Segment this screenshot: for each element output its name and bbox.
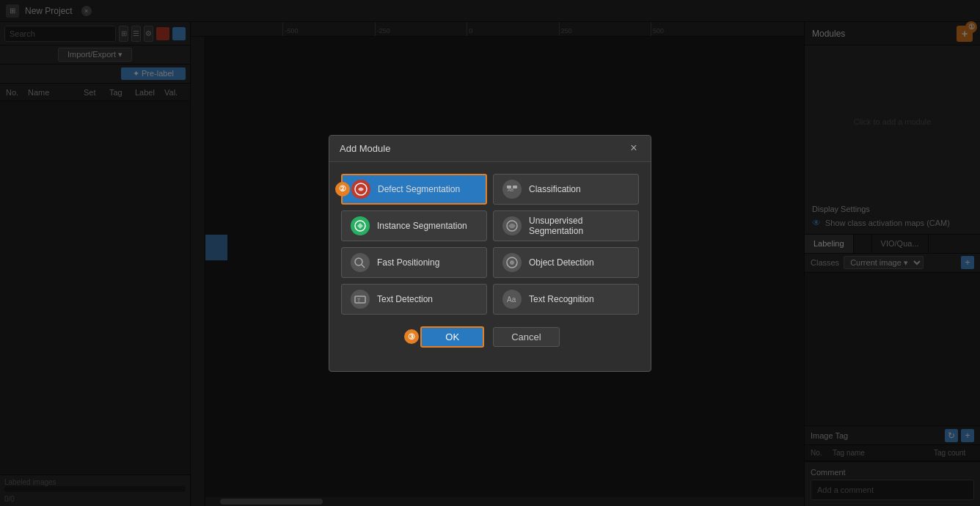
fast-icon xyxy=(351,253,370,272)
svg-line-7 xyxy=(362,265,365,268)
svg-point-9 xyxy=(510,260,514,265)
svg-text:T: T xyxy=(357,298,361,303)
svg-text:AB: AB xyxy=(508,188,513,192)
module-label-unsupervised: Unsupervised Segmentation xyxy=(529,216,629,236)
module-item-defect[interactable]: ② Defect Segmentation xyxy=(341,174,487,205)
module-grid: ② Defect Segmentation AB Classification xyxy=(341,174,639,315)
classification-icon: AB xyxy=(502,180,522,199)
instance-icon xyxy=(351,216,370,235)
module-label-text-det: Text Detection xyxy=(377,294,433,304)
module-item-instance[interactable]: Instance Segmentation xyxy=(341,210,487,241)
ok-button[interactable]: OK xyxy=(420,326,484,348)
modal-overlay: Add Module × ② Defect Segmentation AB Cl xyxy=(0,0,980,506)
modal-header: Add Module × xyxy=(329,136,651,162)
object-icon xyxy=(502,253,522,272)
add-module-modal: Add Module × ② Defect Segmentation AB Cl xyxy=(329,135,651,372)
ok-btn-wrapper: ③ OK xyxy=(420,326,484,348)
svg-point-6 xyxy=(355,258,362,265)
module-item-unsupervised[interactable]: Unsupervised Segmentation xyxy=(493,210,639,241)
module-item-fast[interactable]: Fast Positioning xyxy=(341,247,487,278)
text-rec-icon: Aa xyxy=(502,290,522,309)
modal-close-button[interactable]: × xyxy=(627,142,640,155)
module-label-fast: Fast Positioning xyxy=(377,257,439,268)
text-det-icon: T xyxy=(351,290,370,309)
modal-body: ② Defect Segmentation AB Classification xyxy=(329,162,651,371)
svg-text:Aa: Aa xyxy=(507,296,516,304)
module-badge-2: ② xyxy=(335,182,350,197)
unsupervised-icon xyxy=(502,216,522,235)
badge-3: ③ xyxy=(404,329,419,344)
module-label-classification: Classification xyxy=(529,184,581,194)
module-label-object: Object Detection xyxy=(529,257,594,268)
cancel-button[interactable]: Cancel xyxy=(493,327,559,347)
module-label-instance: Instance Segmentation xyxy=(377,221,467,231)
modal-footer: ③ OK Cancel xyxy=(341,326,639,359)
module-item-text-rec[interactable]: Aa Text Recognition xyxy=(493,284,639,315)
defect-icon xyxy=(351,180,370,199)
module-item-text-det[interactable]: T Text Detection xyxy=(341,284,487,315)
module-label-defect: Defect Segmentation xyxy=(378,184,460,194)
modal-title: Add Module xyxy=(340,143,390,154)
module-label-text-rec: Text Recognition xyxy=(529,294,594,304)
module-item-object[interactable]: Object Detection xyxy=(493,247,639,278)
module-item-classification[interactable]: AB Classification xyxy=(493,174,639,205)
